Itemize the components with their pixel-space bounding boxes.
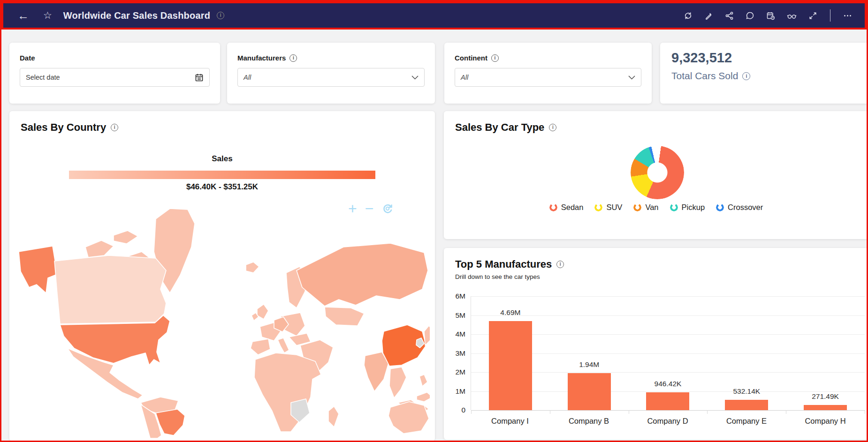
continent-selected-value: All — [461, 74, 628, 81]
bar-x-axis-labels: Company ICompany BCompany DCompany EComp… — [471, 417, 865, 426]
date-placeholder: Select date — [26, 74, 195, 81]
bar[interactable] — [725, 400, 768, 410]
map-legend-range: $46.40K - $351.25K — [69, 182, 375, 192]
legend-ring-icon — [670, 203, 678, 211]
edit-pencil-icon[interactable] — [704, 11, 714, 21]
legend-label: Crossover — [728, 203, 763, 212]
x-axis-category-label: Company D — [628, 417, 707, 426]
x-axis-tick — [550, 410, 550, 414]
bar[interactable] — [568, 373, 611, 410]
manufacturers-info-icon[interactable]: i — [289, 54, 297, 62]
favorite-star-icon[interactable]: ☆ — [43, 10, 52, 21]
more-options-icon[interactable] — [843, 11, 853, 21]
bar-column-company-e: 532.14K — [707, 296, 786, 410]
calendar-icon[interactable] — [195, 73, 204, 82]
schedule-calendar-icon[interactable] — [766, 11, 776, 21]
manufacturers-dropdown[interactable]: All — [237, 68, 425, 87]
legend-label: Van — [645, 203, 658, 212]
world-choropleth-map[interactable] — [15, 191, 430, 438]
y-axis-tick-label: 4M — [455, 330, 465, 338]
dashboard-page: ← ☆ Worldwide Car Sales Dashboard i — [0, 0, 868, 442]
bar[interactable] — [489, 321, 532, 410]
legend-item-pickup[interactable]: Pickup — [670, 203, 705, 212]
kpi-label-text: Total Cars Sold — [671, 70, 738, 82]
bar[interactable] — [646, 392, 689, 410]
chevron-down-icon — [411, 75, 419, 80]
continent-dropdown[interactable]: All — [455, 68, 641, 87]
bar-column-company-i: 4.69M — [471, 296, 550, 410]
bar-value-label: 4.69M — [500, 308, 520, 317]
date-picker-input[interactable]: Select date — [20, 68, 210, 87]
bar-columns: 4.69M1.94M946.42K532.14K271.49K — [471, 296, 865, 410]
manufacturers-label-text: Manufacturers — [237, 54, 286, 62]
x-axis-category-label: Company I — [471, 417, 549, 426]
legend-label: Pickup — [682, 203, 705, 212]
legend-item-sedan[interactable]: Sedan — [549, 203, 584, 212]
bar-value-label: 946.42K — [655, 380, 682, 388]
x-axis-category-label: Company B — [549, 417, 628, 426]
bar-card-subtitle: Drill down to see the car types — [444, 270, 868, 280]
donut-card-title: Sales By Car Type i — [444, 111, 868, 134]
continent-info-icon[interactable]: i — [491, 54, 499, 62]
top-5-manufactures-card: Top 5 Manufactures i Drill down to see t… — [444, 248, 868, 440]
preview-glasses-icon[interactable] — [786, 11, 797, 21]
kpi-info-icon[interactable]: i — [742, 72, 750, 80]
kpi-label: Total Cars Sold i — [671, 70, 868, 82]
total-cars-sold-card: 9,323,512 Total Cars Sold i — [660, 43, 868, 104]
date-filter-label: Date — [20, 54, 210, 62]
continent-filter-card: Continent i All — [444, 43, 652, 104]
legend-item-suv[interactable]: SUV — [594, 203, 622, 212]
bar-title-text: Top 5 Manufactures — [455, 258, 552, 270]
sales-by-car-type-card: Sales By Car Type i SedanSUVVanPickupCro… — [444, 111, 868, 239]
y-axis-tick-label: 3M — [455, 349, 465, 358]
x-axis-tick — [865, 410, 865, 414]
header-divider — [830, 9, 830, 22]
map-title-text: Sales By Country — [21, 121, 106, 134]
manufacturers-selected-value: All — [244, 74, 411, 81]
kpi-value: 9,323,512 — [671, 50, 868, 66]
back-arrow-icon[interactable]: ← — [17, 9, 29, 22]
legend-item-crossover[interactable]: Crossover — [716, 203, 763, 212]
app-header: ← ☆ Worldwide Car Sales Dashboard i — [1, 1, 867, 30]
sales-by-country-card: Sales By Country i Sales $46.40K - $351.… — [9, 111, 435, 441]
legend-ring-icon — [716, 203, 724, 211]
refresh-icon[interactable] — [683, 11, 693, 21]
map-color-gradient-legend — [69, 171, 375, 179]
bar-card-title: Top 5 Manufactures i — [444, 248, 868, 270]
legend-ring-icon — [633, 203, 641, 211]
car-type-donut-chart[interactable] — [631, 146, 684, 199]
x-axis-tick — [707, 410, 708, 414]
bar[interactable] — [804, 405, 847, 410]
fullscreen-icon[interactable] — [808, 11, 818, 21]
donut-info-icon[interactable]: i — [549, 124, 556, 131]
legend-ring-icon — [549, 203, 557, 211]
y-axis-tick-label: 2M — [455, 368, 465, 376]
map-card-title: Sales By Country i — [9, 111, 435, 134]
share-icon[interactable] — [724, 11, 734, 21]
x-axis-tick — [471, 410, 472, 414]
bar-column-company-h: 271.49K — [786, 296, 865, 410]
bar-info-icon[interactable]: i — [556, 261, 564, 268]
y-axis-tick-label: 0 — [461, 406, 465, 414]
bar-column-company-b: 1.94M — [550, 296, 629, 410]
y-axis-tick-label: 5M — [455, 311, 465, 320]
x-axis-tick — [786, 410, 786, 414]
legend-ring-icon — [594, 203, 602, 211]
comment-icon[interactable] — [745, 11, 755, 21]
chevron-down-icon — [628, 75, 635, 80]
donut-legend: SedanSUVVanPickupCrossover — [444, 203, 868, 212]
bar-value-label: 532.14K — [733, 387, 760, 396]
map-legend-title: Sales — [69, 154, 375, 164]
legend-label: Sedan — [561, 203, 584, 212]
title-info-icon[interactable]: i — [217, 12, 224, 19]
continent-label-text: Continent — [455, 54, 487, 62]
manufacturers-filter-label: Manufacturers i — [237, 54, 425, 62]
bar-column-company-d: 946.42K — [629, 296, 708, 410]
x-axis-category-label: Company E — [707, 417, 786, 426]
continent-filter-label: Continent i — [455, 54, 641, 62]
page-title: Worldwide Car Sales Dashboard — [63, 10, 210, 21]
map-info-icon[interactable]: i — [111, 124, 118, 131]
bar-value-label: 1.94M — [579, 360, 599, 369]
legend-item-van[interactable]: Van — [633, 203, 658, 212]
x-axis-tick — [629, 410, 629, 414]
